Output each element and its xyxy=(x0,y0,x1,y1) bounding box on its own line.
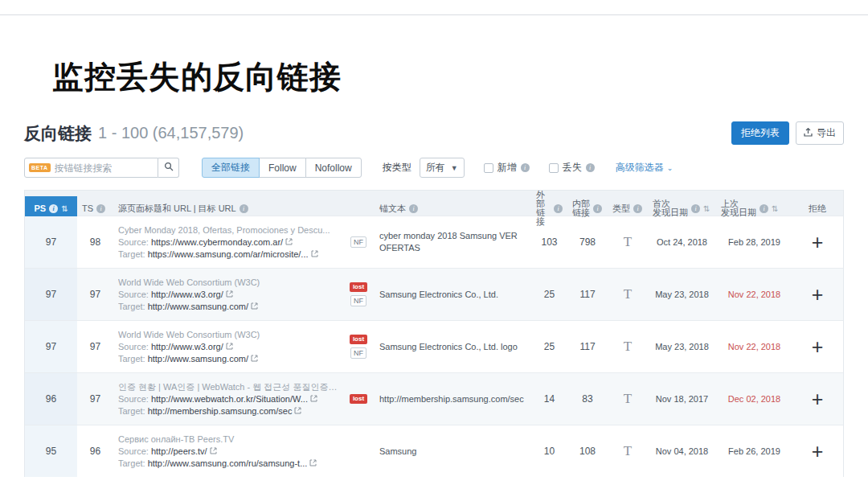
target-url-link[interactable]: https://www.samsung.com/ar/microsite/... xyxy=(148,249,309,261)
info-icon: i xyxy=(49,204,58,213)
first-seen-date: May 23, 2018 xyxy=(648,290,716,299)
target-url-link[interactable]: http://www.samsung.com/ru/samsung-t... xyxy=(148,458,308,470)
last-seen-date: Feb 28, 2019 xyxy=(716,237,792,247)
external-links-count: 25 xyxy=(531,289,567,300)
segment-follow[interactable]: Follow xyxy=(259,158,306,178)
target-url-link[interactable]: http://www.samsung.com/ xyxy=(148,301,248,313)
anchor-text: cyber monday 2018 Samsung VER OFERTAS xyxy=(375,230,531,254)
disavow-add-button[interactable]: + xyxy=(792,234,842,250)
new-links-checkbox[interactable] xyxy=(484,163,493,173)
search-button[interactable] xyxy=(158,158,179,178)
internal-links-count: 108 xyxy=(567,446,608,457)
target-url-link[interactable]: http://www.samsung.com/ xyxy=(148,353,248,365)
anchor-search-input[interactable] xyxy=(55,162,154,174)
lost-badge: lost xyxy=(350,282,367,292)
type-select[interactable]: 所有 ▼ xyxy=(420,158,465,178)
external-link-icon[interactable] xyxy=(251,353,258,365)
external-link-icon[interactable] xyxy=(226,289,233,301)
source-url-link[interactable]: http://www.webwatch.or.kr/Situation/W... xyxy=(151,393,308,405)
source-target-cell: Cyber Monday 2018, Ofertas, Promociones … xyxy=(113,224,342,261)
export-button[interactable]: 导出 xyxy=(796,121,844,145)
disavow-list-button[interactable]: 拒绝列表 xyxy=(731,121,789,145)
info-icon: i xyxy=(691,204,700,213)
source-page-title: Сервис онлайн-ТВ Peers.TV xyxy=(118,434,338,446)
page-score-value: 96 xyxy=(25,373,77,425)
external-link-icon[interactable] xyxy=(251,301,258,313)
nofollow-badge: NF xyxy=(350,347,366,359)
source-url-link[interactable]: http://www.w3.org/ xyxy=(151,289,223,301)
table-row[interactable]: 97 98 Cyber Monday 2018, Ofertas, Promoc… xyxy=(25,216,843,268)
lost-links-checkbox[interactable] xyxy=(549,163,559,173)
table-row[interactable]: 97 97 World Wide Web Consortium (W3C) So… xyxy=(25,320,843,372)
target-url-link[interactable]: http://membership.samsung.com/sec xyxy=(148,405,293,417)
export-icon xyxy=(804,128,813,139)
last-seen-date: Nov 22, 2018 xyxy=(716,290,792,299)
link-type-text-icon: T xyxy=(608,286,648,302)
source-page-title: World Wide Web Consortium (W3C) xyxy=(118,329,338,341)
sort-icon[interactable]: ⇅ xyxy=(703,204,710,213)
segment-all-links[interactable]: 全部链接 xyxy=(202,158,260,178)
external-links-count: 25 xyxy=(531,341,567,352)
external-link-icon[interactable] xyxy=(226,341,233,353)
source-label: Source: xyxy=(118,446,149,458)
trust-score-value: 97 xyxy=(77,289,113,300)
internal-links-count: 117 xyxy=(567,289,608,300)
source-page-title: Cyber Monday 2018, Ofertas, Promociones … xyxy=(118,224,338,236)
column-header-first-seen[interactable]: 首次发现日期 i ⇅ xyxy=(648,199,716,217)
target-label: Target: xyxy=(118,353,145,365)
disavow-add-button[interactable]: + xyxy=(792,286,842,302)
link-type-text-icon: T xyxy=(608,339,648,355)
column-header-external-links: 外部链接 i xyxy=(531,191,567,226)
source-url-link[interactable]: http://peers.tv/ xyxy=(151,446,207,458)
internal-links-count: 117 xyxy=(567,341,608,352)
new-links-filter[interactable]: 新增 i xyxy=(484,161,530,175)
internal-links-count: 798 xyxy=(567,236,608,248)
source-label: Source: xyxy=(118,393,149,405)
table-body: 97 98 Cyber Monday 2018, Ofertas, Promoc… xyxy=(25,216,843,477)
link-type-text-icon: T xyxy=(608,443,648,459)
column-header-source-target-url: 源页面标题和 URL | 目标 URL i xyxy=(113,204,375,213)
table-row[interactable]: 96 97 인증 현황 | WA인증 | WebWatch - 웹 접근성 품질… xyxy=(25,372,843,425)
segment-nofollow[interactable]: Nofollow xyxy=(305,158,362,178)
source-target-cell: Сервис онлайн-ТВ Peers.TV Source: http:/… xyxy=(113,434,342,470)
page-score-value: 97 xyxy=(25,269,77,320)
external-link-icon[interactable] xyxy=(285,236,293,249)
source-url-link[interactable]: http://www.w3.org/ xyxy=(151,341,223,353)
link-type-text-icon: T xyxy=(608,234,648,250)
target-label: Target: xyxy=(118,405,145,417)
page-score-value: 97 xyxy=(25,216,77,268)
column-header-last-seen[interactable]: 上次发现日期 i ⇅ xyxy=(716,199,792,217)
external-links-count: 14 xyxy=(531,393,567,405)
target-label: Target: xyxy=(118,249,145,261)
table-row[interactable]: 97 97 World Wide Web Consortium (W3C) So… xyxy=(25,268,843,320)
disavow-add-button[interactable]: + xyxy=(792,443,842,459)
trust-score-value: 98 xyxy=(77,236,113,248)
sort-icon[interactable]: ⇅ xyxy=(772,204,778,213)
table-row[interactable]: 95 96 Сервис онлайн-ТВ Peers.TV Source: … xyxy=(25,425,843,477)
anchor-search-box[interactable]: BETA xyxy=(24,158,158,178)
external-links-count: 10 xyxy=(531,446,567,457)
source-page-title: 인증 현황 | WA인증 | WebWatch - 웹 접근성 품질인증 No.… xyxy=(118,381,338,393)
external-link-icon[interactable] xyxy=(294,405,301,417)
type-select-value: 所有 xyxy=(426,161,445,175)
page-score-value: 97 xyxy=(25,321,77,372)
info-icon: i xyxy=(633,204,642,213)
backlinks-section-header: 反向链接 1 - 100 (64,157,579) 拒绝列表 导出 xyxy=(24,121,844,145)
nofollow-badge: NF xyxy=(350,236,366,248)
external-link-icon[interactable] xyxy=(210,446,217,458)
info-icon: i xyxy=(554,204,563,213)
lost-links-filter[interactable]: 丢失 i xyxy=(549,161,595,175)
sort-icon[interactable]: ⇅ xyxy=(61,204,68,213)
external-link-icon[interactable] xyxy=(309,458,317,470)
disavow-add-button[interactable]: + xyxy=(792,339,842,355)
disavow-add-button[interactable]: + xyxy=(792,391,842,407)
advanced-filters-link[interactable]: 高级筛选器 ⌄ xyxy=(616,161,674,175)
trust-score-value: 97 xyxy=(77,341,113,352)
last-seen-date: Nov 22, 2018 xyxy=(716,342,792,351)
external-link-icon[interactable] xyxy=(310,393,317,405)
source-url-link[interactable]: https://www.cybermonday.com.ar/ xyxy=(151,236,283,249)
target-label: Target: xyxy=(118,301,145,313)
external-link-icon[interactable] xyxy=(311,249,318,261)
source-target-cell: World Wide Web Consortium (W3C) Source: … xyxy=(113,329,342,365)
slide-title: 监控丢失的反向链接 xyxy=(52,55,868,99)
